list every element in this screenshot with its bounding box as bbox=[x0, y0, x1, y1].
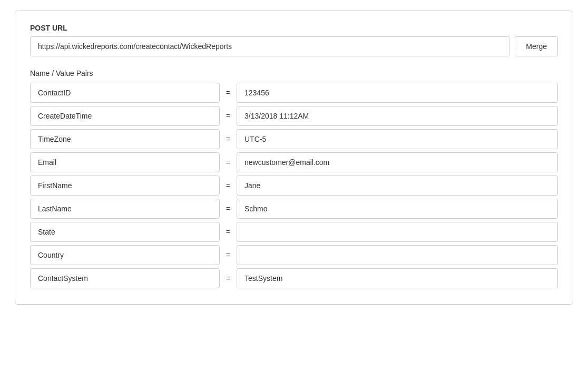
pair-equals-sign: = bbox=[224, 112, 232, 120]
pair-equals-sign: = bbox=[224, 135, 232, 143]
merge-button[interactable]: Merge bbox=[515, 36, 558, 56]
pair-equals-sign: = bbox=[224, 181, 232, 190]
pair-value-input[interactable] bbox=[237, 106, 558, 126]
pair-value-input[interactable] bbox=[237, 83, 558, 103]
pairs-section: Name / Value Pairs ========= bbox=[30, 69, 558, 288]
pair-equals-sign: = bbox=[224, 205, 232, 213]
post-url-input[interactable] bbox=[30, 36, 509, 56]
pair-name-input[interactable] bbox=[30, 245, 220, 265]
pair-name-input[interactable] bbox=[30, 152, 220, 172]
table-row: = bbox=[30, 152, 558, 172]
pair-value-input[interactable] bbox=[237, 222, 558, 242]
pair-value-input[interactable] bbox=[237, 245, 558, 265]
table-row: = bbox=[30, 106, 558, 126]
table-row: = bbox=[30, 176, 558, 196]
pair-name-input[interactable] bbox=[30, 222, 220, 242]
table-row: = bbox=[30, 245, 558, 265]
table-row: = bbox=[30, 83, 558, 103]
pair-value-input[interactable] bbox=[237, 268, 558, 288]
table-row: = bbox=[30, 199, 558, 219]
pair-name-input[interactable] bbox=[30, 106, 220, 126]
pair-equals-sign: = bbox=[224, 228, 232, 236]
pair-value-input[interactable] bbox=[237, 176, 558, 196]
pairs-label: Name / Value Pairs bbox=[30, 69, 558, 77]
pair-value-input[interactable] bbox=[237, 129, 558, 149]
post-url-row: Merge bbox=[30, 36, 558, 56]
main-container: POST URL Merge Name / Value Pairs ======… bbox=[15, 11, 573, 305]
table-row: = bbox=[30, 222, 558, 242]
pair-equals-sign: = bbox=[224, 251, 232, 259]
pair-equals-sign: = bbox=[224, 158, 232, 167]
pair-name-input[interactable] bbox=[30, 199, 220, 219]
table-row: = bbox=[30, 268, 558, 288]
pair-value-input[interactable] bbox=[237, 152, 558, 172]
pairs-container: ========= bbox=[30, 83, 558, 288]
table-row: = bbox=[30, 129, 558, 149]
pair-name-input[interactable] bbox=[30, 268, 220, 288]
pair-name-input[interactable] bbox=[30, 176, 220, 196]
post-url-section: POST URL Merge bbox=[30, 24, 558, 56]
post-url-label: POST URL bbox=[30, 24, 558, 32]
pair-value-input[interactable] bbox=[237, 199, 558, 219]
pair-name-input[interactable] bbox=[30, 83, 220, 103]
pair-equals-sign: = bbox=[224, 274, 232, 283]
pair-name-input[interactable] bbox=[30, 129, 220, 149]
pair-equals-sign: = bbox=[224, 89, 232, 97]
